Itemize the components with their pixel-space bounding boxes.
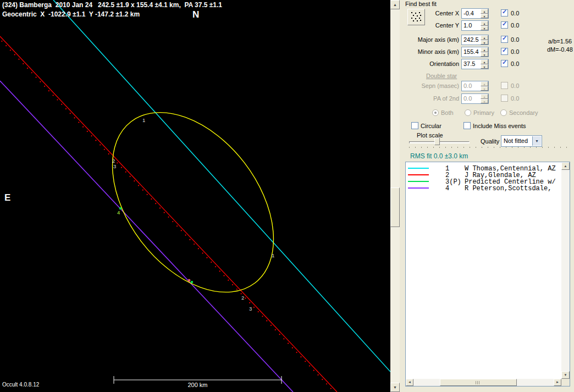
station-list-horizontal-scrollbar[interactable]: ◄ ► [406, 379, 561, 386]
circular-label: Circular [421, 123, 441, 129]
horizontal-scrollbar-thumb[interactable] [440, 379, 517, 386]
radio-primary-label: Primary [473, 109, 494, 116]
orientation-label: Orientation [400, 60, 459, 67]
radio-both [432, 109, 439, 116]
fit-control-panel: Find best fit Center X -0.4 ▲▼ ✓ 0.0 Cen… [400, 0, 574, 392]
pa-of-2nd-value: 0.0 [463, 95, 472, 102]
orientation-input[interactable]: 37.5 ▲▼ [461, 59, 489, 69]
marker-3-start: 3 [113, 163, 116, 169]
scale-bar-label: 200 km [114, 382, 282, 388]
plot-title-line1: (324) Bamberga 2010 Jan 24 242.5 ±1.9 x … [2, 1, 222, 9]
major-axis-rms-label: 0.0 [511, 36, 519, 43]
plot-title-line2: Geocentric X -1022.9 ±1.1 Y -147.2 ±1.2 … [2, 10, 140, 18]
plot-vertical-scrollbar[interactable]: ▲ ▼ [390, 0, 400, 392]
check-icon: ✓ [502, 59, 507, 66]
plot-scale-slider-thumb[interactable] [434, 137, 440, 145]
station-list[interactable]: 1 W Thomas,Centennial, AZ 2 J Ray,Glenda… [405, 162, 570, 387]
minor-axis-fit-checkbox[interactable]: ✓ [501, 48, 508, 55]
north-direction-label: N [192, 9, 199, 20]
list-scroll-up-icon[interactable]: ▲ [561, 162, 570, 170]
occult-window: { "colors": { "ellipse": "#ffff00", "cho… [0, 0, 574, 392]
plot-scale-ticks [409, 147, 570, 148]
check-icon: ✓ [502, 20, 507, 27]
list-scroll-down-icon[interactable]: ▼ [561, 371, 570, 379]
rms-fit-label: RMS fit 0.0 ±3.0 km [410, 152, 468, 160]
circular-checkbox[interactable] [411, 122, 418, 129]
marker-1-start: 1 [142, 117, 145, 123]
center-x-input[interactable]: -0.4 ▲▼ [461, 8, 489, 19]
chevron-down-icon[interactable]: ▼ [532, 136, 541, 146]
scroll-down-icon[interactable]: ▼ [390, 383, 400, 392]
orientation-rms-label: 0.0 [511, 60, 519, 67]
vertical-scrollbar-thumb[interactable] [390, 187, 400, 227]
major-axis-input[interactable]: 242.5 ▲▼ [461, 35, 489, 45]
major-axis-value: 242.5 [463, 36, 479, 43]
include-miss-checkbox[interactable] [463, 122, 471, 129]
separation-rms-label: 0.0 [511, 82, 519, 89]
station-row-1[interactable]: 1 W Thomas,Centennial, AZ [406, 165, 561, 172]
radio-secondary-label: Secondary [509, 109, 538, 116]
magnitude-drop-label: dM=-0.48 [547, 46, 573, 53]
center-x-spinner[interactable]: ▲▼ [481, 9, 488, 18]
app-version-label: Occult 4.0.8.12 [2, 382, 39, 388]
list-scroll-right-icon[interactable]: ► [554, 379, 561, 386]
center-y-rms-label: 0.0 [511, 22, 519, 29]
fitted-ellipse [80, 82, 306, 322]
scroll-up-icon[interactable]: ▲ [390, 0, 400, 9]
station-1-color-swatch [408, 168, 429, 169]
quality-label: Quality [481, 138, 499, 145]
minor-axis-spinner[interactable]: ▲▼ [481, 47, 488, 57]
station-row-4[interactable]: 4 R Peterson,Scottsdale, [406, 185, 561, 191]
center-y-spinner[interactable]: ▲▼ [481, 21, 488, 30]
station-row-3[interactable]: 3(P) Predicted Centerline w/ [406, 178, 561, 185]
chord-2-line [0, 36, 337, 392]
quality-select[interactable]: Not fitted ▼ [501, 135, 542, 147]
marker-4: 4 [117, 209, 120, 216]
station-2-color-swatch [408, 174, 429, 175]
center-y-fit-checkbox[interactable]: ✓ [501, 21, 508, 29]
separation-fit-checkbox [501, 82, 508, 89]
scrollbar-corner [561, 379, 570, 386]
radio-secondary [500, 109, 507, 116]
minor-axis-label: Minor axis (km) [400, 48, 459, 55]
check-icon: ✓ [502, 35, 507, 42]
minor-axis-input[interactable]: 155.4 ▲▼ [461, 47, 489, 57]
pa-of-2nd-input: 0.0 ▲▼ [461, 93, 489, 104]
orientation-value: 37.5 [463, 60, 475, 67]
center-x-rms-label: 0.0 [511, 10, 519, 16]
center-y-value: 1.0 [463, 22, 472, 29]
station-4-number: 4 [445, 185, 449, 192]
marker-2-end: 2 [241, 295, 244, 301]
chord-plot-svg: 1 2 3 4 1 2 3 [0, 0, 390, 392]
occultation-plot-canvas: 1 2 3 4 1 2 3 (324) Bamberga 2010 Jan 24… [0, 0, 390, 392]
find-best-fit-label: Find best fit [405, 1, 437, 7]
chord-4-line [0, 81, 293, 392]
orientation-fit-checkbox[interactable]: ✓ [501, 60, 508, 67]
major-axis-label: Major axis (km) [400, 36, 459, 43]
marker-1-end: 1 [272, 252, 274, 258]
marker-3-end: 3 [249, 306, 252, 312]
major-axis-spinner[interactable]: ▲▼ [481, 35, 488, 45]
double-star-label: Double star [426, 73, 457, 79]
center-x-label: Center X [400, 10, 459, 16]
station-4-name: R Peterson,Scottsdale, [465, 185, 551, 192]
list-scroll-left-icon[interactable]: ◄ [406, 379, 413, 386]
axis-ratio-label: a/b=1.56 [548, 38, 572, 45]
center-y-label: Center Y [400, 22, 459, 29]
center-y-input[interactable]: 1.0 ▲▼ [461, 20, 489, 31]
check-icon: ✓ [502, 47, 507, 54]
pa-of-2nd-rms-label: 0.0 [511, 95, 519, 102]
station-row-2[interactable]: 2 J Ray,Glendale, AZ [406, 172, 561, 178]
chord-4-contact-marker [188, 279, 191, 282]
include-miss-label: Include Miss events [473, 123, 526, 129]
station-3-color-swatch [408, 181, 429, 182]
center-x-fit-checkbox[interactable]: ✓ [501, 9, 508, 16]
pa-of-2nd-label: PA of 2nd [400, 95, 459, 102]
minor-axis-value: 155.4 [463, 48, 479, 55]
orientation-spinner[interactable]: ▲▼ [481, 59, 488, 69]
separation-value: 0.0 [463, 82, 472, 89]
major-axis-fit-checkbox[interactable]: ✓ [501, 36, 508, 43]
separation-spinner: ▲▼ [481, 81, 488, 91]
station-list-vertical-scrollbar[interactable]: ▲ ▼ [561, 162, 570, 379]
pa-of-2nd-fit-checkbox [501, 95, 508, 102]
